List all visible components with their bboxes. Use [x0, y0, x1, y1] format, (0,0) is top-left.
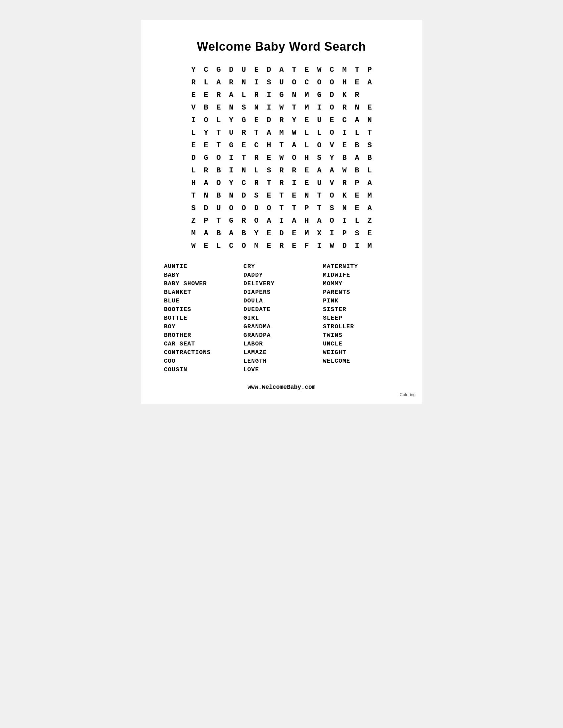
grid-cell-14-9: F	[301, 240, 313, 252]
grid-cell-12-14: Z	[363, 214, 376, 227]
word-item: LOVE	[243, 365, 320, 374]
grid-cell-3-7: W	[275, 101, 288, 114]
grid-cell-9-9: E	[301, 177, 313, 189]
grid-cell-13-1: A	[200, 227, 212, 240]
grid-cell-5-6: A	[262, 126, 275, 139]
grid-cell-8-12: W	[338, 164, 351, 177]
grid-cell-0-11: C	[326, 64, 338, 76]
words-column-1: AUNTIEBABYBABY SHOWERBLANKETBLUEBOOTIESB…	[164, 262, 240, 374]
word-item: LAMAZE	[243, 348, 320, 357]
grid-cell-1-14: A	[363, 76, 376, 89]
grid-cell-4-0: I	[187, 114, 200, 126]
word-search-grid: YCGDUEDATEWCMTPRLARNISUOCOOHEAEERALRIGNM…	[187, 64, 376, 252]
grid-cell-6-1: E	[200, 139, 212, 152]
grid-cell-1-2: A	[212, 76, 225, 89]
grid-cell-1-6: S	[262, 76, 275, 89]
grid-cell-14-11: W	[326, 240, 338, 252]
grid-cell-2-7: G	[275, 89, 288, 101]
grid-cell-1-3: R	[225, 76, 237, 89]
grid-cell-0-1: C	[200, 64, 212, 76]
grid-cell-11-6: O	[262, 202, 275, 214]
grid-cell-7-8: O	[288, 152, 301, 164]
grid-cell-5-10: L	[313, 126, 326, 139]
grid-cell-2-14	[363, 89, 376, 101]
grid-cell-7-6: E	[262, 152, 275, 164]
coloring-label: Coloring	[400, 392, 416, 397]
page: Welcome Baby Word Search YCGDUEDATEWCMTP…	[141, 20, 422, 404]
footer-url: www.WelcomeBaby.com	[161, 384, 402, 390]
grid-cell-11-2: U	[212, 202, 225, 214]
grid-cell-12-3: G	[225, 214, 237, 227]
grid-cell-10-9: N	[301, 189, 313, 202]
grid-cell-6-12: E	[338, 139, 351, 152]
grid-cell-1-7: U	[275, 76, 288, 89]
grid-cell-8-7: R	[275, 164, 288, 177]
word-item: GRANDMA	[243, 322, 320, 331]
grid-cell-5-13: L	[351, 126, 363, 139]
grid-cell-10-2: B	[212, 189, 225, 202]
grid-cell-1-0: R	[187, 76, 200, 89]
grid-cell-3-13: N	[351, 101, 363, 114]
grid-cell-14-14: M	[363, 240, 376, 252]
grid-cell-3-1: B	[200, 101, 212, 114]
grid-cell-12-7: I	[275, 214, 288, 227]
grid-cell-12-8: A	[288, 214, 301, 227]
grid-cell-14-3: C	[225, 240, 237, 252]
word-item: CRY	[243, 262, 320, 271]
grid-cell-1-4: N	[237, 76, 250, 89]
grid-cell-13-4: B	[237, 227, 250, 240]
grid-cell-13-5: Y	[250, 227, 262, 240]
grid-cell-4-3: Y	[225, 114, 237, 126]
grid-cell-12-13: L	[351, 214, 363, 227]
grid-cell-11-14: A	[363, 202, 376, 214]
grid-cell-8-6: S	[262, 164, 275, 177]
grid-cell-6-14: S	[363, 139, 376, 152]
grid-cell-11-8: T	[288, 202, 301, 214]
grid-cell-5-8: W	[288, 126, 301, 139]
word-item: LENGTH	[243, 357, 320, 365]
grid-cell-10-13: E	[351, 189, 363, 202]
word-item	[323, 365, 399, 367]
word-item: SISTER	[323, 305, 399, 314]
grid-cell-3-4: S	[237, 101, 250, 114]
grid-cell-5-3: U	[225, 126, 237, 139]
grid-cell-5-1: Y	[200, 126, 212, 139]
grid-cell-13-0: M	[187, 227, 200, 240]
grid-cell-0-13: T	[351, 64, 363, 76]
grid-cell-4-2: L	[212, 114, 225, 126]
word-item: DADDY	[243, 271, 320, 279]
grid-cell-2-11: D	[326, 89, 338, 101]
grid-cell-11-13: E	[351, 202, 363, 214]
word-item: AUNTIE	[164, 262, 240, 271]
grid-cell-8-5: L	[250, 164, 262, 177]
grid-cell-9-14: A	[363, 177, 376, 189]
grid-cell-7-7: W	[275, 152, 288, 164]
grid-cell-12-6: A	[262, 214, 275, 227]
grid-cell-0-9: E	[301, 64, 313, 76]
grid-cell-12-10: A	[313, 214, 326, 227]
grid-cell-13-12: P	[338, 227, 351, 240]
word-item: BLUE	[164, 296, 240, 305]
word-item: STROLLER	[323, 322, 399, 331]
grid-cell-0-8: T	[288, 64, 301, 76]
grid-cell-3-2: E	[212, 101, 225, 114]
grid-cell-1-9: C	[301, 76, 313, 89]
grid-cell-10-3: N	[225, 189, 237, 202]
grid-cell-7-1: G	[200, 152, 212, 164]
grid-cell-10-6: E	[262, 189, 275, 202]
word-item: BABY SHOWER	[164, 279, 240, 288]
grid-cell-10-12: K	[338, 189, 351, 202]
grid-cell-13-7: D	[275, 227, 288, 240]
grid-cell-6-9: L	[301, 139, 313, 152]
grid-cell-9-12: R	[338, 177, 351, 189]
grid-cell-9-4: C	[237, 177, 250, 189]
grid-cell-14-13: I	[351, 240, 363, 252]
grid-cell-7-10: S	[313, 152, 326, 164]
grid-cell-2-12: K	[338, 89, 351, 101]
grid-cell-6-10: O	[313, 139, 326, 152]
word-item: PINK	[323, 296, 399, 305]
grid-cell-6-5: C	[250, 139, 262, 152]
grid-cell-0-7: A	[275, 64, 288, 76]
grid-cell-6-2: T	[212, 139, 225, 152]
word-item: TWINS	[323, 331, 399, 340]
